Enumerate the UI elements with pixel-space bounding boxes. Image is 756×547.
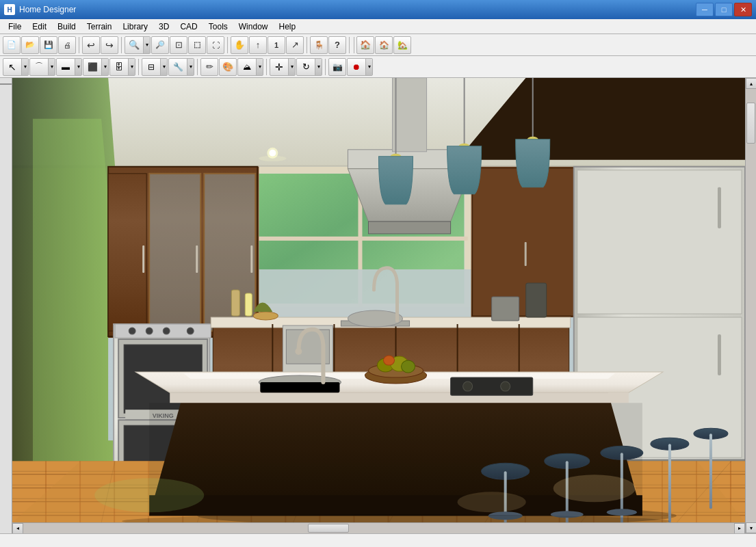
wall-button[interactable]: ▬ <box>57 59 75 75</box>
stairs-dropdown[interactable]: ⊟ ▾ <box>142 58 168 76</box>
furniture-button[interactable]: 🪑 <box>310 36 328 54</box>
arc-arrow[interactable]: ▾ <box>48 59 55 75</box>
maximize-button[interactable]: □ <box>715 3 733 16</box>
move-arrow[interactable]: ▾ <box>288 59 295 75</box>
scroll-up-button[interactable]: ▴ <box>746 78 757 89</box>
cabinet-icon: 🗄 <box>115 62 123 72</box>
menu-window[interactable]: Window <box>233 19 274 34</box>
horizontal-scroll-track[interactable] <box>23 523 734 533</box>
svg-rect-36 <box>368 222 450 234</box>
terrain-tool-button[interactable]: ⛰ <box>238 59 256 75</box>
wall-dropdown[interactable]: ▬ ▾ <box>56 58 82 76</box>
arrow-tool-button[interactable]: ↗ <box>286 36 304 54</box>
separator3 <box>227 37 228 53</box>
svg-rect-86 <box>526 283 547 317</box>
zoom-in-dropdown[interactable]: 🔍 ▾ <box>125 36 151 54</box>
svg-rect-129 <box>668 444 671 522</box>
scroll-left-button[interactable]: ◂ <box>12 523 23 534</box>
scroll-right-button[interactable]: ▸ <box>734 523 745 534</box>
select-button[interactable]: ↖ <box>3 59 21 75</box>
room-button[interactable]: ⬛ <box>83 59 101 75</box>
record-arrow[interactable]: ▾ <box>365 59 372 75</box>
save-button[interactable]: 💾 <box>40 36 57 54</box>
title-bar: H Home Designer ─ □ ✕ <box>0 0 756 19</box>
vertical-scrollbar[interactable]: ▴ ▾ <box>745 78 756 533</box>
select-dropdown[interactable]: ↖ ▾ <box>3 58 29 76</box>
rotate-dropdown[interactable]: ↻ ▾ <box>296 58 322 76</box>
close-button[interactable]: ✕ <box>734 3 752 16</box>
arrow-up-button[interactable]: ↑ <box>249 36 267 54</box>
svg-rect-79 <box>718 187 721 228</box>
cabinet-dropdown[interactable]: 🗄 ▾ <box>109 58 135 76</box>
menu-terrain[interactable]: Terrain <box>81 19 118 34</box>
zoom-fit-button[interactable]: ⊡ <box>170 36 187 54</box>
arc-dropdown[interactable]: ⌒ ▾ <box>29 58 55 76</box>
svg-rect-131 <box>709 433 712 509</box>
fixtures-arrow[interactable]: ▾ <box>187 59 194 75</box>
3d-viewport[interactable]: VIKING <box>12 78 745 522</box>
vertical-scroll-thumb[interactable] <box>746 103 755 144</box>
help-button[interactable]: ? <box>328 36 346 54</box>
menu-library[interactable]: Library <box>117 19 153 34</box>
zoom-in-arrow[interactable]: ▾ <box>143 37 150 53</box>
room-arrow[interactable]: ▾ <box>101 59 108 75</box>
minimize-button[interactable]: ─ <box>696 3 714 16</box>
terrain-arrow[interactable]: ▾ <box>256 59 263 75</box>
menu-3d[interactable]: 3D <box>153 19 174 34</box>
menu-tools[interactable]: Tools <box>203 19 233 34</box>
paint-button[interactable]: 🎨 <box>219 58 237 76</box>
move-dropdown[interactable]: ✛ ▾ <box>270 58 296 76</box>
menu-cad[interactable]: CAD <box>174 19 203 34</box>
arc-button[interactable]: ⌒ <box>30 59 48 75</box>
stairs-arrow[interactable]: ▾ <box>160 59 167 75</box>
fixtures-icon: 🔧 <box>173 62 183 72</box>
view-3d-button[interactable]: 🏠 <box>375 36 393 54</box>
zoom-all-button[interactable]: ⛶ <box>207 36 224 54</box>
zoom-in-button[interactable]: 🔍 <box>125 37 143 53</box>
render-button[interactable]: 🏡 <box>393 36 411 54</box>
menu-edit[interactable]: Edit <box>27 19 52 34</box>
draw-button[interactable]: ✏ <box>200 58 218 76</box>
svg-point-75 <box>348 310 402 327</box>
undo-button[interactable]: ↩ <box>82 36 100 54</box>
view-3d-icon: 🏠 <box>379 40 389 50</box>
kitchen-scene-svg: VIKING <box>12 78 745 522</box>
pan-button[interactable]: ✋ <box>231 36 248 54</box>
record-button[interactable]: ⏺ <box>348 59 365 75</box>
print-button[interactable]: 🖨 <box>58 36 76 54</box>
redo-button[interactable]: ↪ <box>101 36 118 54</box>
rotate-button[interactable]: ↻ <box>297 59 315 75</box>
scroll-down-button[interactable]: ▾ <box>746 522 757 533</box>
room-dropdown[interactable]: ⬛ ▾ <box>83 58 109 76</box>
open-button[interactable]: 📂 <box>21 36 39 54</box>
horizontal-scroll-thumb[interactable] <box>308 524 349 533</box>
zoom-in-icon: 🔍 <box>129 40 140 50</box>
move-button[interactable]: ✛ <box>270 59 288 75</box>
render-icon: 🏡 <box>397 40 408 50</box>
dimension-button[interactable]: 1 <box>268 36 285 54</box>
menu-file[interactable]: File <box>3 19 27 34</box>
record-dropdown[interactable]: ⏺ ▾ <box>347 58 373 76</box>
svg-rect-85 <box>492 297 519 321</box>
zoom-box-button[interactable]: ⬚ <box>188 36 206 54</box>
horizontal-scrollbar[interactable]: ◂ ▸ <box>12 522 745 533</box>
zoom-out-button[interactable]: 🔍 <box>151 36 169 54</box>
select-arrow[interactable]: ▾ <box>21 59 28 75</box>
floorplan-view-button[interactable]: 🏠 <box>356 36 374 54</box>
ruler-mark <box>0 83 12 85</box>
wall-icon: ▬ <box>62 62 70 72</box>
cabinet-button[interactable]: 🗄 <box>110 59 128 75</box>
menu-build[interactable]: Build <box>52 19 81 34</box>
cabinet-arrow[interactable]: ▾ <box>128 59 135 75</box>
fixtures-button[interactable]: 🔧 <box>169 59 187 75</box>
stairs-button[interactable]: ⊟ <box>142 59 160 75</box>
wall-arrow[interactable]: ▾ <box>75 59 81 75</box>
new-button[interactable]: 📄 <box>3 36 21 54</box>
menu-help[interactable]: Help <box>273 19 301 34</box>
rotate-arrow[interactable]: ▾ <box>315 59 322 75</box>
fixtures-dropdown[interactable]: 🔧 ▾ <box>168 58 194 76</box>
help-icon: ? <box>335 40 340 50</box>
separator-t4 <box>325 59 326 75</box>
camera-button[interactable]: 📷 <box>328 58 346 76</box>
terrain-dropdown[interactable]: ⛰ ▾ <box>237 58 263 76</box>
